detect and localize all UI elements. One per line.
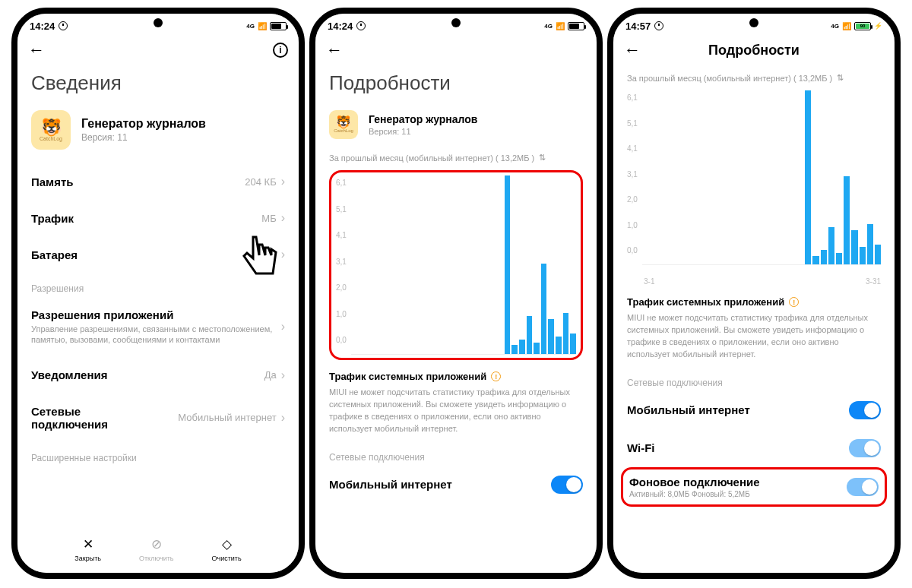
- advanced-header: Расширенные настройки: [31, 453, 285, 463]
- background-sub: Активный: 8,0МБ Фоновый: 5,2МБ: [629, 490, 760, 498]
- camera-hole: [154, 18, 163, 27]
- chevron-updown-icon: ⇅: [837, 73, 844, 83]
- notifications-row[interactable]: Уведомления Да ›: [31, 357, 285, 394]
- disable-icon: ⊘: [151, 536, 162, 552]
- chart-bar: [851, 230, 857, 264]
- clear-icon: ◇: [222, 536, 232, 552]
- phone-screen-3: 14:57 4G 📶 90 ⚡ ← Подробности За прошлый…: [607, 8, 901, 579]
- chevron-right-icon: ›: [281, 368, 285, 382]
- traffic-chart: 6,15,14,13,12,01,00,0: [329, 170, 583, 360]
- battery-label: Батарея: [31, 248, 78, 261]
- filter-dropdown[interactable]: За прошлый месяц (мобильный интернет) ( …: [627, 73, 881, 83]
- close-button[interactable]: ✕Закрыть: [74, 536, 101, 562]
- mobile-internet-toggle[interactable]: [551, 476, 583, 494]
- network-header: Сетевые подключения: [627, 378, 881, 388]
- mobile-internet-row: Мобильный интернет: [329, 466, 583, 504]
- chart-bars: [351, 175, 576, 355]
- chart-bar: [556, 337, 562, 354]
- status-time: 14:57: [625, 21, 651, 32]
- chart-bar: [534, 343, 540, 354]
- chart-bar: [548, 319, 554, 354]
- alarm-icon: [59, 21, 68, 30]
- mobile-internet-toggle[interactable]: [849, 401, 881, 419]
- network-header: Сетевые подключения: [329, 452, 583, 463]
- chart-bar: [527, 316, 533, 354]
- network-row[interactable]: Сетевые подключения Мобильный интернет ›: [31, 394, 285, 442]
- info-button[interactable]: i: [273, 43, 288, 58]
- bottom-bar: ✕Закрыть ⊘Отключить ◇Очистить: [17, 526, 299, 573]
- chart-bar: [541, 264, 547, 354]
- filter-dropdown[interactable]: За прошлый месяц (мобильный интернет) ( …: [329, 153, 583, 163]
- network-label: Сетевые подключения: [31, 405, 130, 431]
- signal-icon: 📶: [556, 22, 565, 30]
- chart-bar: [821, 250, 827, 264]
- back-button[interactable]: ←: [28, 40, 45, 60]
- chevron-right-icon: ›: [281, 320, 285, 334]
- wifi-row: Wi-Fi: [627, 429, 881, 467]
- back-button[interactable]: ←: [326, 40, 343, 60]
- chart-bar: [812, 256, 819, 264]
- app-header: 🐯CatchLog Генератор журналов Версия: 11: [329, 110, 583, 139]
- network-icon: 4G: [831, 23, 839, 30]
- chevron-right-icon: ›: [281, 211, 285, 225]
- chart-bar: [570, 334, 576, 354]
- chart-bar: [860, 247, 866, 264]
- app-icon: 🐯CatchLog: [31, 110, 71, 150]
- memory-value: 204 КБ: [245, 176, 276, 188]
- wifi-label: Wi-Fi: [627, 441, 655, 454]
- chart-bar: [844, 176, 850, 264]
- signal-icon: 📶: [258, 22, 267, 30]
- chevron-updown-icon: ⇅: [539, 153, 546, 163]
- app-version: Версия: 11: [369, 127, 477, 136]
- chart-x-axis: 3-13-31: [627, 276, 881, 286]
- chart-bar: [505, 175, 511, 354]
- mobile-internet-label: Мобильный интернет: [329, 478, 452, 491]
- mobile-internet-row: Мобильный интернет: [627, 391, 881, 429]
- battery-icon: 90: [854, 22, 871, 30]
- chart-bar: [875, 245, 881, 264]
- charging-icon: ⚡: [874, 22, 882, 30]
- chart-bar: [805, 90, 811, 264]
- camera-hole: [749, 18, 758, 27]
- phone-screen-2: 14:24 4G 📶 64 ← Подробности 🐯CatchLog Ге…: [309, 8, 603, 579]
- app-name: Генератор журналов: [81, 117, 206, 131]
- chart-bar: [563, 313, 569, 354]
- app-version: Версия: 11: [81, 132, 206, 143]
- traffic-row[interactable]: Трафик МБ ›: [31, 200, 285, 236]
- top-bar: ← i: [17, 33, 299, 67]
- chart-y-axis: 6,15,14,13,12,01,00,0: [336, 175, 351, 355]
- signal-icon: 📶: [842, 22, 851, 30]
- wifi-toggle[interactable]: [849, 439, 881, 457]
- background-toggle[interactable]: [847, 478, 879, 496]
- battery-row[interactable]: Батарея ›: [31, 236, 285, 273]
- chevron-right-icon: ›: [281, 411, 285, 425]
- chart-bar: [828, 227, 834, 264]
- warning-icon: !: [491, 371, 501, 381]
- memory-row[interactable]: Память 204 КБ ›: [31, 163, 285, 200]
- disable-button[interactable]: ⊘Отключить: [139, 536, 174, 562]
- permissions-label: Разрешения приложений: [31, 308, 277, 321]
- top-bar: ← Подробности: [613, 33, 895, 67]
- close-icon: ✕: [83, 536, 93, 552]
- traffic-label: Трафик: [31, 212, 74, 225]
- battery-icon: 64: [270, 22, 287, 30]
- notifications-label: Уведомления: [31, 368, 107, 381]
- network-icon: 4G: [544, 23, 553, 30]
- status-time: 14:24: [30, 21, 55, 32]
- traffic-chart: 6,15,14,13,12,01,00,0: [627, 90, 881, 265]
- permissions-row[interactable]: Разрешения приложений Управление разреше…: [31, 297, 285, 357]
- clear-button[interactable]: ◇Очистить: [211, 536, 241, 562]
- system-traffic-desc: MIUI не может подсчитать статистику траф…: [627, 312, 881, 361]
- status-time: 14:24: [328, 21, 353, 32]
- battery-icon: 64: [568, 22, 584, 30]
- chart-bars: [642, 90, 881, 265]
- chevron-right-icon: ›: [281, 175, 285, 188]
- notifications-value: Да: [264, 369, 277, 381]
- background-label: Фоновое подключение: [629, 476, 760, 488]
- phone-screen-1: 14:24 4G 📶 64 ← i Сведения 🐯CatchLog Ген…: [11, 8, 305, 579]
- warning-icon: !: [789, 297, 799, 307]
- system-traffic-title: Трафик системных приложений !: [329, 371, 583, 382]
- app-name: Генератор журналов: [369, 113, 477, 125]
- app-header: 🐯CatchLog Генератор журналов Версия: 11: [31, 110, 285, 150]
- page-title: Сведения: [31, 71, 285, 95]
